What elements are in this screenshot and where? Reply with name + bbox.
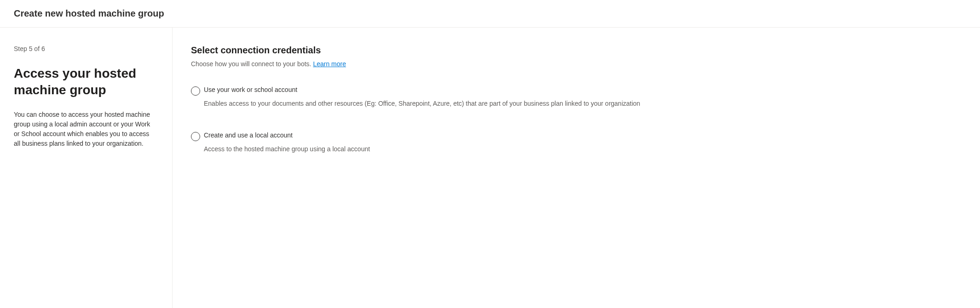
option-text: Create and use a local account	[204, 131, 962, 139]
main-heading: Select connection credentials	[191, 45, 962, 56]
radio-work-school[interactable]	[191, 86, 200, 96]
sidebar-heading: Access your hosted machine group	[14, 65, 158, 99]
option-row: Use your work or school account	[191, 86, 962, 96]
option-label-work-school[interactable]: Use your work or school account	[204, 86, 297, 93]
option-text: Use your work or school account	[204, 86, 962, 93]
step-indicator: Step 5 of 6	[14, 45, 158, 52]
credential-option: Create and use a local account Access to…	[191, 131, 962, 154]
sidebar-description: You can choose to access your hosted mac…	[14, 110, 156, 148]
wizard-sidebar: Step 5 of 6 Access your hosted machine g…	[0, 28, 173, 308]
layout-container: Step 5 of 6 Access your hosted machine g…	[0, 28, 980, 308]
option-row: Create and use a local account	[191, 131, 962, 141]
credential-option: Use your work or school account Enables …	[191, 86, 962, 108]
option-label-local-account[interactable]: Create and use a local account	[204, 131, 293, 139]
learn-more-link[interactable]: Learn more	[313, 60, 346, 68]
main-subtext: Choose how you will connect to your bots…	[191, 60, 962, 68]
radio-local-account[interactable]	[191, 132, 200, 141]
panel-title: Create new hosted machine group	[14, 8, 966, 19]
panel-header: Create new hosted machine group	[0, 0, 980, 28]
option-desc-work-school: Enables access to your documents and oth…	[204, 98, 650, 108]
option-desc-local-account: Access to the hosted machine group using…	[204, 144, 650, 154]
subtext-prefix: Choose how you will connect to your bots…	[191, 60, 313, 68]
main-content: Select connection credentials Choose how…	[173, 28, 980, 308]
